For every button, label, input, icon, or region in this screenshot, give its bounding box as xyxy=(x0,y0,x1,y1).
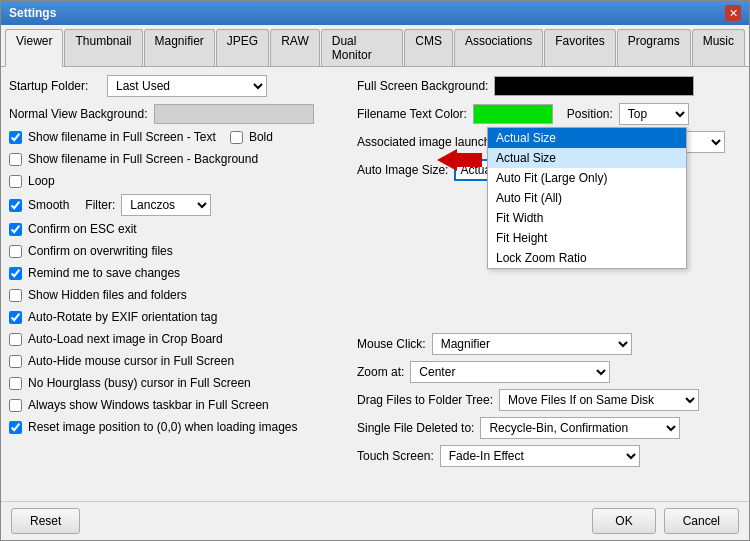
cb10-checkbox[interactable] xyxy=(9,333,22,346)
cb4-checkbox[interactable] xyxy=(9,199,22,212)
normal-bg-label: Normal View Background: xyxy=(9,107,148,121)
cb3-checkbox[interactable] xyxy=(9,175,22,188)
auto-image-label: Auto Image Size: xyxy=(357,163,448,177)
filename-color-swatch[interactable] xyxy=(473,104,553,124)
cb1-checkbox[interactable] xyxy=(9,131,22,144)
dropdown-item-auto-fit-large[interactable]: Auto Fit (Large Only) xyxy=(488,168,686,188)
position-select[interactable]: Top xyxy=(619,103,689,125)
tab-jpeg[interactable]: JPEG xyxy=(216,29,269,66)
normal-bg-row: Normal View Background: xyxy=(9,103,349,125)
tab-music[interactable]: Music xyxy=(692,29,745,66)
cb4-label: Smooth xyxy=(28,198,69,212)
cancel-button[interactable]: Cancel xyxy=(664,508,739,534)
cb2-row: Show filename in Full Screen - Backgroun… xyxy=(9,149,349,169)
close-button[interactable]: ✕ xyxy=(725,5,741,21)
cb2-label: Show filename in Full Screen - Backgroun… xyxy=(28,152,258,166)
cb2-checkbox[interactable] xyxy=(9,153,22,166)
cb3-label: Loop xyxy=(28,174,55,188)
dropdown-item-auto-fit-all[interactable]: Auto Fit (All) xyxy=(488,188,686,208)
cb12-row: No Hourglass (busy) cursor in Full Scree… xyxy=(9,373,349,393)
cb13-checkbox[interactable] xyxy=(9,399,22,412)
touch-screen-select[interactable]: Fade-In Effect xyxy=(440,445,640,467)
cb5-label: Confirm on ESC exit xyxy=(28,222,137,236)
cb7-checkbox[interactable] xyxy=(9,267,22,280)
position-label: Position: xyxy=(567,107,613,121)
dropdown-popup: Actual Size Actual Size Auto Fit (Large … xyxy=(487,127,687,269)
zoom-at-label: Zoom at: xyxy=(357,365,404,379)
cb6-label: Confirm on overwriting files xyxy=(28,244,173,258)
cb1-row: Show filename in Full Screen - Text Bold xyxy=(9,127,349,147)
cb6-checkbox[interactable] xyxy=(9,245,22,258)
ok-button[interactable]: OK xyxy=(592,508,655,534)
touch-screen-row: Touch Screen: Fade-In Effect xyxy=(357,445,741,467)
dropdown-item-actual-size-selected[interactable]: Actual Size xyxy=(488,128,686,148)
tab-programs[interactable]: Programs xyxy=(617,29,691,66)
cb1-bold-label: Bold xyxy=(249,130,273,144)
cb5-row: Confirm on ESC exit xyxy=(9,219,349,239)
red-arrow-indicator xyxy=(437,149,482,171)
tab-associations[interactable]: Associations xyxy=(454,29,543,66)
cb5-checkbox[interactable] xyxy=(9,223,22,236)
startup-folder-select[interactable]: Last Used xyxy=(107,75,267,97)
cb14-label: Reset image position to (0,0) when loadi… xyxy=(28,420,297,434)
cb7-row: Remind me to save changes xyxy=(9,263,349,283)
dropdown-item-actual-size-highlighted[interactable]: Actual Size xyxy=(488,148,686,168)
cb14-row: Reset image position to (0,0) when loadi… xyxy=(9,417,349,437)
drag-files-row: Drag Files to Folder Tree: Move Files If… xyxy=(357,389,741,411)
dropdown-item-lock-zoom[interactable]: Lock Zoom Ratio xyxy=(488,248,686,268)
ok-cancel-group: OK Cancel xyxy=(592,508,739,534)
tab-viewer[interactable]: Viewer xyxy=(5,29,63,67)
normal-bg-swatch[interactable] xyxy=(154,104,314,124)
reset-button[interactable]: Reset xyxy=(11,508,80,534)
fullscreen-bg-row: Full Screen Background: xyxy=(357,75,741,97)
tabs-bar: Viewer Thumbnail Magnifier JPEG RAW Dual… xyxy=(1,25,749,67)
cb10-label: Auto-Load next image in Crop Board xyxy=(28,332,223,346)
cb12-checkbox[interactable] xyxy=(9,377,22,390)
drag-files-select[interactable]: Move Files If on Same Disk xyxy=(499,389,699,411)
left-panel: Startup Folder: Last Used Normal View Ba… xyxy=(9,75,349,493)
cb11-row: Auto-Hide mouse cursor in Full Screen xyxy=(9,351,349,371)
tab-cms[interactable]: CMS xyxy=(404,29,453,66)
fullscreen-bg-swatch[interactable] xyxy=(494,76,694,96)
filter-select[interactable]: Lanczos xyxy=(121,194,211,216)
bottom-bar: Reset OK Cancel xyxy=(1,501,749,540)
main-content: Startup Folder: Last Used Normal View Ba… xyxy=(1,67,749,501)
cb7-label: Remind me to save changes xyxy=(28,266,180,280)
settings-window: Settings ✕ Viewer Thumbnail Magnifier JP… xyxy=(0,0,750,541)
filename-color-label: Filename Text Color: xyxy=(357,107,467,121)
single-file-row: Single File Deleted to: Recycle-Bin, Con… xyxy=(357,417,741,439)
svg-marker-0 xyxy=(437,149,482,171)
cb8-row: Show Hidden files and folders xyxy=(9,285,349,305)
cb3-row: Loop xyxy=(9,171,349,191)
filter-label: Filter: xyxy=(85,198,115,212)
mouse-click-label: Mouse Click: xyxy=(357,337,426,351)
cb13-row: Always show Windows taskbar in Full Scre… xyxy=(9,395,349,415)
cb9-row: Auto-Rotate by EXIF orientation tag xyxy=(9,307,349,327)
cb9-checkbox[interactable] xyxy=(9,311,22,324)
startup-folder-label: Startup Folder: xyxy=(9,79,99,93)
cb8-checkbox[interactable] xyxy=(9,289,22,302)
title-bar: Settings ✕ xyxy=(1,1,749,25)
cb4-row: Smooth Filter: Lanczos xyxy=(9,193,349,217)
cb1-bold-checkbox[interactable] xyxy=(230,131,243,144)
cb1-label: Show filename in Full Screen - Text xyxy=(28,130,216,144)
cb11-label: Auto-Hide mouse cursor in Full Screen xyxy=(28,354,234,368)
single-file-select[interactable]: Recycle-Bin, Confirmation xyxy=(480,417,680,439)
tab-favorites[interactable]: Favorites xyxy=(544,29,615,66)
zoom-at-select[interactable]: Center xyxy=(410,361,610,383)
dropdown-item-fit-height[interactable]: Fit Height xyxy=(488,228,686,248)
fullscreen-bg-label: Full Screen Background: xyxy=(357,79,488,93)
cb10-row: Auto-Load next image in Crop Board xyxy=(9,329,349,349)
single-file-label: Single File Deleted to: xyxy=(357,421,474,435)
filename-color-row: Filename Text Color: Position: Top xyxy=(357,103,741,125)
tab-raw[interactable]: RAW xyxy=(270,29,320,66)
tab-thumbnail[interactable]: Thumbnail xyxy=(64,29,142,66)
right-panel-container: Full Screen Background: Filename Text Co… xyxy=(357,75,741,493)
cb14-checkbox[interactable] xyxy=(9,421,22,434)
tab-magnifier[interactable]: Magnifier xyxy=(144,29,215,66)
tab-dual-monitor[interactable]: Dual Monitor xyxy=(321,29,403,66)
cb11-checkbox[interactable] xyxy=(9,355,22,368)
mouse-click-select[interactable]: Magnifier xyxy=(432,333,632,355)
right-panel: Full Screen Background: Filename Text Co… xyxy=(357,75,741,467)
dropdown-item-fit-width[interactable]: Fit Width xyxy=(488,208,686,228)
